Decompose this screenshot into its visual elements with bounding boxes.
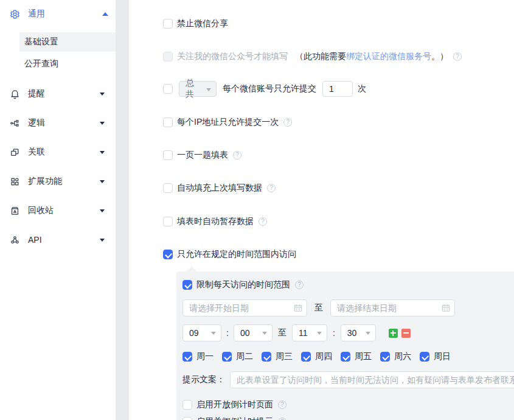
expand-arrow-icon <box>100 239 105 242</box>
weekday-option: 周四 <box>301 351 332 362</box>
sidebar-item-label: 公开查询 <box>24 58 58 69</box>
start-date-picker <box>182 299 307 317</box>
help-icon[interactable] <box>267 184 276 192</box>
setting-row-time-range: 只允许在规定的时间范围内访问 <box>163 249 296 260</box>
sidebar-item-basic-settings[interactable]: 基础设置 <box>19 32 116 52</box>
collapse-arrow-icon <box>102 12 108 16</box>
one-page-one-question-checkbox[interactable] <box>163 150 173 160</box>
forbid-wechat-share-checkbox[interactable] <box>163 19 173 29</box>
weekday-option: 周日 <box>420 351 451 362</box>
sidebar-item-api[interactable]: API <box>10 233 116 247</box>
sidebar-item-logic[interactable]: 逻辑 <box>10 116 116 130</box>
chevron-down-icon <box>317 332 322 335</box>
weekday-option: 周五 <box>341 351 372 362</box>
weekday-checkbox[interactable] <box>182 352 192 362</box>
help-icon[interactable] <box>233 151 241 159</box>
setting-label: 关注我的微信公众号才能填写 <box>177 51 288 62</box>
gear-icon <box>10 9 20 19</box>
daily-limit-checkbox[interactable] <box>182 280 192 290</box>
weekday-checkbox[interactable] <box>420 352 429 362</box>
plus-icon[interactable] <box>389 329 398 338</box>
end-minute-select[interactable]: 30 <box>341 324 376 341</box>
help-icon[interactable] <box>283 118 292 127</box>
weekday-checkbox[interactable] <box>222 352 232 362</box>
weekday-label: 周日 <box>434 351 451 362</box>
weekday-label: 周二 <box>236 351 253 362</box>
setting-label: 每个IP地址只允许提交一次 <box>177 117 279 128</box>
sidebar-item-label: 提醒 <box>28 88 45 99</box>
countdown-close-checkbox[interactable] <box>182 417 192 420</box>
minus-icon[interactable] <box>401 329 411 338</box>
select-value: 总共 <box>186 78 201 100</box>
start-minute-select[interactable]: 00 <box>234 324 273 341</box>
panel-row-countdown-close: 启用关闭倒计时提示 <box>182 416 287 420</box>
sidebar-item-extension[interactable]: 扩展功能 <box>10 174 116 189</box>
tip-text-input[interactable] <box>230 371 514 388</box>
setting-row-autofill: 自动填充上次填写数据 <box>163 183 276 194</box>
sidebar-item-relation[interactable]: 关联 <box>10 145 116 159</box>
submit-count-input[interactable] <box>322 81 353 97</box>
ip-limit-checkbox[interactable] <box>163 117 173 127</box>
weekday-label: 周六 <box>394 351 411 362</box>
sidebar-item-label: API <box>28 235 42 245</box>
setting-row-follow-wechat: 关注我的微信公众号才能填写 （此功能需要 绑定认证的微信服务号 。） <box>163 51 462 62</box>
help-icon[interactable] <box>278 401 287 409</box>
sidebar-item-public-query[interactable]: 公开查询 <box>19 54 116 74</box>
tip-label: 提示文案： <box>182 374 225 385</box>
sidebar-item-label: 基础设置 <box>24 37 58 47</box>
follow-wechat-checkbox <box>163 52 173 61</box>
weekday-checkbox[interactable] <box>262 352 271 362</box>
sidebar-item-remind[interactable]: 提醒 <box>10 86 116 101</box>
sidebar-item-label: 关联 <box>28 147 45 158</box>
weekday-checkbox[interactable] <box>341 352 350 362</box>
sidebar-item-label: 扩展功能 <box>28 176 62 187</box>
autosave-checkbox[interactable] <box>163 217 173 226</box>
weekday-option: 周二 <box>222 351 253 362</box>
time-range-checkbox[interactable] <box>163 250 173 259</box>
start-date-input[interactable] <box>182 299 307 317</box>
setting-label: 启用关闭倒计时提示 <box>196 416 273 420</box>
bind-wechat-service-link[interactable]: 绑定认证的微信服务号 <box>346 51 431 62</box>
time-separator: : <box>226 328 229 338</box>
weekday-checkbox[interactable] <box>301 352 311 362</box>
setting-row-one-page-one-question: 一页一题填表 <box>163 150 241 161</box>
autofill-checkbox[interactable] <box>163 183 173 193</box>
chevron-down-icon <box>262 332 267 335</box>
setting-row-autosave: 填表时自动暂存数据 <box>163 216 267 227</box>
select-value: 00 <box>240 328 250 338</box>
setting-row-ip-limit: 每个IP地址只允许提交一次 <box>163 117 292 128</box>
help-icon[interactable] <box>259 217 267 226</box>
weekday-label: 周五 <box>355 351 372 362</box>
start-hour-select[interactable]: 09 <box>182 324 221 341</box>
panel-row-time-range: 09 : 00 至 11 : 30 <box>182 324 411 341</box>
setting-label: 只允许在规定的时间范围内访问 <box>177 249 296 260</box>
api-icon <box>10 235 20 245</box>
countdown-open-checkbox[interactable] <box>182 400 192 410</box>
help-icon[interactable] <box>295 281 304 289</box>
submit-limit-checkbox[interactable] <box>163 84 173 94</box>
setting-label: 禁止微信分享 <box>177 18 228 29</box>
select-value: 09 <box>189 328 199 338</box>
time-separator: : <box>333 328 335 338</box>
end-hour-select[interactable]: 11 <box>292 324 327 341</box>
setting-label: 每个微信账号只允许提交 <box>223 83 316 94</box>
help-icon[interactable] <box>278 418 287 420</box>
setting-row-submit-limit: 总共 每个微信账号只允许提交 次 <box>163 80 366 97</box>
sidebar-group-general[interactable]: 通用 <box>10 6 108 22</box>
end-date-input[interactable] <box>330 299 455 317</box>
setting-label: 自动填充上次填写数据 <box>177 183 262 194</box>
weekday-checkbox[interactable] <box>380 352 390 362</box>
submit-limit-scope-select[interactable]: 总共 <box>179 81 217 97</box>
unit-label: 次 <box>358 83 366 94</box>
panel-row-countdown-open: 启用开放倒计时页面 <box>182 399 287 410</box>
form-settings-page: 通用 基础设置 公开查询 提醒 逻辑 <box>0 0 514 420</box>
help-icon[interactable] <box>453 52 462 61</box>
expand-arrow-icon <box>100 180 105 183</box>
setting-label: 一页一题填表 <box>177 150 228 161</box>
weekday-label: 周四 <box>315 351 332 362</box>
sidebar-item-label: 回收站 <box>28 205 54 216</box>
to-label: 至 <box>278 327 287 338</box>
note-suffix: 。） <box>431 51 448 62</box>
note-prefix: （此功能需要 <box>295 51 346 62</box>
sidebar-item-recycle-bin[interactable]: 回收站 <box>10 203 116 218</box>
